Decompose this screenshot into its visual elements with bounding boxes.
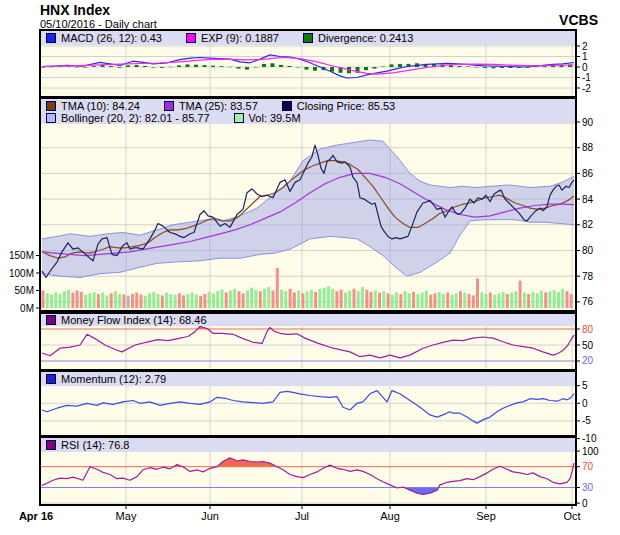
volume-bar (178, 293, 181, 308)
volume-bar (42, 291, 45, 309)
legend-item: TMA (25): 83.57 (164, 100, 258, 112)
volume-bar (225, 292, 228, 308)
volume-bar (289, 289, 292, 308)
vol-tick-label: 50M (15, 285, 34, 296)
volume-bar (212, 293, 215, 308)
volume-bar (395, 292, 398, 308)
divergence-bar (143, 66, 147, 67)
volume-bar (446, 293, 449, 308)
divergence-bar (186, 64, 190, 67)
divergence-bar (203, 65, 207, 67)
x-axis: Apr 16MayJunJulAugSepOct (19, 505, 581, 522)
legend-label: Divergence: 0.2413 (318, 32, 413, 44)
volume-bar (463, 293, 466, 308)
volume-bar (476, 278, 479, 308)
legend-swatch-icon (282, 101, 292, 111)
divergence-bar (458, 66, 462, 67)
divergence-bar (118, 67, 122, 68)
volume-bar (280, 290, 283, 308)
y-tick-label: 30 (582, 482, 594, 493)
volume-bar (306, 291, 309, 308)
y-tick-label: 2 (582, 41, 588, 52)
volume-bar (80, 292, 83, 308)
legend-swatch-icon (46, 113, 56, 123)
volume-bar (536, 293, 539, 308)
volume-bar (157, 294, 160, 308)
mfi-legend: Money Flow Index (14): 68.46 (41, 314, 573, 326)
volume-bar (353, 289, 356, 308)
volume-bar (101, 293, 104, 308)
legend-item: Money Flow Index (14): 68.46 (46, 314, 207, 326)
divergence-bar (398, 64, 402, 67)
volume-bar (485, 294, 488, 308)
divergence-bar (466, 67, 470, 68)
volume-bar (174, 295, 177, 308)
volume-bar (357, 291, 360, 308)
divergence-bar (220, 66, 224, 67)
volume-bar (399, 294, 402, 308)
volume-bar (361, 287, 364, 308)
volume-bar (548, 291, 551, 308)
divergence-bar (160, 67, 164, 68)
volume-bar (327, 286, 330, 308)
volume-bar (323, 288, 326, 308)
volume-bar (570, 294, 573, 308)
volume-bar (67, 290, 70, 308)
legend-item: Momentum (12): 2.79 (46, 373, 166, 385)
price-legend: TMA (10): 84.24TMA (25): 83.57Closing Pr… (41, 99, 573, 124)
volume-bar (284, 291, 287, 308)
volume-bar (502, 292, 505, 308)
volume-bar (429, 295, 432, 308)
legend-item: TMA (10): 84.24 (46, 100, 140, 112)
y-tick-label: 0 (582, 498, 588, 509)
volume-bar (242, 293, 245, 308)
volume-bar (497, 293, 500, 308)
y-tick-label: 88 (582, 142, 594, 153)
volume-bar (408, 293, 411, 308)
legend-label: Money Flow Index (14): 68.46 (61, 314, 207, 326)
divergence-bar (84, 67, 88, 68)
volume-bar (510, 293, 513, 308)
volume-bar (76, 291, 79, 309)
divergence-bar (67, 67, 71, 68)
divergence-bar (262, 64, 266, 67)
volume-bar (480, 292, 483, 308)
divergence-bar (500, 67, 504, 68)
volume-bar (97, 294, 100, 308)
y-tick-label: -1 (582, 72, 591, 83)
volume-bar (186, 294, 189, 308)
volume-bar (250, 288, 253, 308)
legend-item: RSI (14): 76.8 (46, 439, 129, 451)
volume-bar (229, 291, 232, 309)
volume-bar (455, 293, 458, 308)
y-tick-label: 80 (582, 324, 594, 335)
volume-bar (514, 291, 517, 308)
volume-bar (88, 293, 91, 308)
volume-bar (297, 291, 300, 309)
chart-canvas: 210-1-29088868482807876150M100M50M0M8050… (0, 0, 620, 535)
legend-swatch-icon (46, 101, 56, 111)
volume-bar (195, 295, 198, 308)
divergence-bar (41, 67, 45, 68)
volume-bar (93, 292, 96, 308)
y-tick-label: -10 (582, 433, 597, 444)
legend-swatch-icon (234, 113, 244, 123)
y-tick-label: 70 (582, 461, 594, 472)
divergence-bar (254, 67, 258, 68)
y-tick-label: 90 (582, 117, 594, 128)
volume-bar (519, 281, 522, 308)
volume-bar (84, 295, 87, 308)
volume-bar (365, 290, 368, 308)
mom-legend: Momentum (12): 2.79 (41, 372, 573, 386)
divergence-bar (483, 67, 487, 68)
volume-bar (438, 292, 441, 308)
volume-bar (220, 290, 223, 308)
volume-bar (335, 291, 338, 308)
legend-item: Vol: 39.5M (234, 112, 301, 124)
y-tick-label: 100 (582, 446, 599, 457)
volume-bar (259, 291, 262, 308)
volume-bar (472, 295, 475, 308)
divergence-bar (373, 67, 377, 69)
volume-bar (459, 291, 462, 308)
volume-bar (540, 291, 543, 309)
